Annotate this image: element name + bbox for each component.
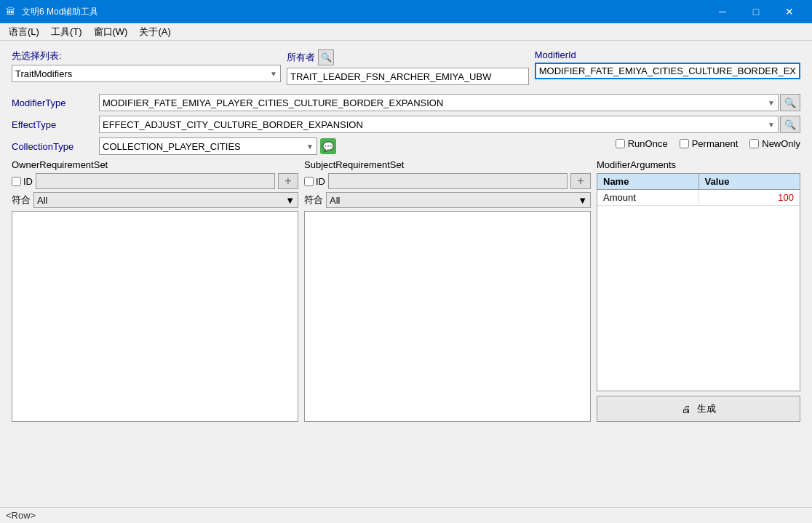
owner-fuhe-combo[interactable]: All ▼ bbox=[33, 192, 298, 208]
modifier-type-arrow-icon: ▼ bbox=[768, 99, 775, 107]
menu-language[interactable]: 语言(L) bbox=[3, 24, 45, 40]
subject-req-list[interactable] bbox=[304, 211, 591, 422]
table-row[interactable]: Amount 100 bbox=[597, 190, 800, 206]
modifier-arguments-table: Name Value Amount 100 bbox=[597, 173, 800, 391]
modifier-type-combo[interactable]: MODIFIER_FATE_EMIYA_PLAYER_CITIES_CULTUR… bbox=[99, 94, 779, 111]
new-only-checkbox[interactable] bbox=[749, 139, 759, 148]
owner-req-controls: ID + bbox=[12, 173, 298, 189]
subject-id-check[interactable]: ID bbox=[304, 176, 325, 187]
subject-fuhe-label: 符合 bbox=[304, 193, 323, 207]
owner-add-button[interactable]: + bbox=[278, 173, 298, 189]
subject-req-panel: SubjectRequirementSet ID + 符合 All ▼ bbox=[304, 159, 591, 422]
print-icon: 🖨 bbox=[682, 404, 691, 415]
modifier-id-input[interactable]: MODIFIER_FATE_EMIYA_CITIES_CULTURE_BORDE… bbox=[535, 63, 800, 79]
owner-id-check[interactable]: ID bbox=[12, 176, 33, 187]
subject-id-label: ID bbox=[316, 176, 325, 187]
generate-label: 生成 bbox=[697, 402, 716, 415]
menu-bar: 语言(L) 工具(T) 窗口(W) 关于(A) bbox=[0, 23, 812, 41]
owner-fuhe-value: All bbox=[37, 195, 47, 206]
modifier-type-search-button[interactable]: 🔍 bbox=[780, 94, 800, 111]
collection-type-combo[interactable]: COLLECTION_PLAYER_CITIES ▼ bbox=[99, 137, 317, 155]
collection-type-label: CollectionType bbox=[12, 141, 99, 152]
subject-req-title: SubjectRequirementSet bbox=[304, 159, 591, 170]
table-header-value: Value bbox=[699, 174, 800, 189]
owner-fuhe-label: 符合 bbox=[12, 193, 31, 207]
new-only-checkbox-item[interactable]: NewOnly bbox=[749, 138, 800, 149]
owner-id-checkbox[interactable] bbox=[12, 177, 21, 186]
minimize-button[interactable]: ─ bbox=[706, 0, 739, 23]
modifier-type-value: MODIFIER_FATE_EMIYA_PLAYER_CITIES_CULTUR… bbox=[103, 97, 443, 108]
main-content: 先选择列表: TraitModifiers ▼ 所有者 🔍 TRAIT_LEAD… bbox=[0, 41, 812, 431]
status-bar: <Row> bbox=[0, 507, 812, 523]
owner-req-panel: OwnerRequirementSet ID + 符合 All ▼ bbox=[12, 159, 298, 422]
modifier-arguments-title: ModifierArguments bbox=[597, 159, 800, 170]
menu-window[interactable]: 窗口(W) bbox=[88, 24, 134, 40]
effect-type-combo[interactable]: EFFECT_ADJUST_CITY_CULTURE_BORDER_EXPANS… bbox=[99, 116, 779, 133]
list-selector-combo[interactable]: TraitModifiers ▼ bbox=[12, 65, 281, 82]
permanent-checkbox-item[interactable]: Permanent bbox=[680, 138, 739, 149]
app-icon: 🏛 bbox=[6, 6, 17, 17]
collection-type-arrow-icon: ▼ bbox=[306, 143, 314, 151]
owner-req-title: OwnerRequirementSet bbox=[12, 159, 298, 170]
list-selector-group: 先选择列表: TraitModifiers ▼ bbox=[12, 49, 281, 82]
owner-group: 所有者 🔍 TRAIT_LEADER_FSN_ARCHER_EMIYA_UBW bbox=[287, 49, 529, 85]
table-cell-value: 100 bbox=[699, 190, 800, 205]
checkbox-row: RunOnce Permanent NewOnly bbox=[616, 138, 800, 149]
effect-type-search-button[interactable]: 🔍 bbox=[780, 116, 800, 133]
window-title: 文明6 Mod辅助工具 bbox=[22, 6, 706, 18]
permanent-checkbox[interactable] bbox=[680, 139, 689, 148]
run-once-checkbox-item[interactable]: RunOnce bbox=[616, 138, 668, 149]
owner-fuhe-row: 符合 All ▼ bbox=[12, 192, 298, 208]
table-header-row: Name Value bbox=[597, 174, 800, 190]
owner-search-button[interactable]: 🔍 bbox=[318, 49, 334, 65]
panels-row: OwnerRequirementSet ID + 符合 All ▼ Subjec… bbox=[12, 159, 800, 422]
owner-input[interactable]: TRAIT_LEADER_FSN_ARCHER_EMIYA_UBW bbox=[287, 68, 529, 85]
table-cell-name: Amount bbox=[597, 190, 699, 205]
subject-fuhe-row: 符合 All ▼ bbox=[304, 192, 591, 208]
effect-type-row: EffectType EFFECT_ADJUST_CITY_CULTURE_BO… bbox=[12, 116, 800, 133]
list-selector-arrow-icon: ▼ bbox=[270, 70, 277, 78]
run-once-checkbox[interactable] bbox=[616, 139, 625, 148]
top-row: 先选择列表: TraitModifiers ▼ 所有者 🔍 TRAIT_LEAD… bbox=[12, 49, 800, 85]
owner-id-input[interactable] bbox=[36, 173, 275, 189]
subject-fuhe-value: All bbox=[330, 195, 340, 206]
modifier-id-group: ModifierId MODIFIER_FATE_EMIYA_CITIES_CU… bbox=[535, 49, 800, 79]
new-only-label: NewOnly bbox=[762, 138, 800, 149]
window-controls: ─ □ ✕ bbox=[706, 0, 806, 23]
subject-add-button[interactable]: + bbox=[570, 173, 591, 189]
modifier-arguments-panel: ModifierArguments Name Value Amount 100 … bbox=[597, 159, 800, 422]
collection-type-row: CollectionType COLLECTION_PLAYER_CITIES … bbox=[12, 137, 800, 155]
owner-fuhe-arrow-icon: ▼ bbox=[285, 195, 295, 206]
menu-tools[interactable]: 工具(T) bbox=[45, 24, 88, 40]
owner-label-row: 所有者 🔍 bbox=[287, 49, 529, 65]
effect-type-value: EFFECT_ADJUST_CITY_CULTURE_BORDER_EXPANS… bbox=[103, 119, 363, 130]
subject-fuhe-combo[interactable]: All ▼ bbox=[326, 192, 591, 208]
owner-req-list[interactable] bbox=[12, 211, 298, 422]
subject-id-input[interactable] bbox=[328, 173, 568, 189]
menu-about[interactable]: 关于(A) bbox=[133, 24, 176, 40]
list-selector-value: TraitModifiers bbox=[15, 68, 72, 79]
collection-type-value: COLLECTION_PLAYER_CITIES bbox=[103, 141, 241, 152]
maximize-button[interactable]: □ bbox=[739, 0, 773, 23]
close-button[interactable]: ✕ bbox=[773, 0, 806, 23]
chat-icon[interactable]: 💬 bbox=[320, 138, 336, 154]
generate-button[interactable]: 🖨 生成 bbox=[597, 396, 800, 422]
permanent-label: Permanent bbox=[692, 138, 739, 149]
owner-label: 所有者 bbox=[287, 51, 315, 64]
subject-id-checkbox[interactable] bbox=[304, 177, 314, 186]
effect-type-arrow-icon: ▼ bbox=[768, 121, 775, 129]
list-selector-label: 先选择列表: bbox=[12, 49, 281, 63]
run-once-label: RunOnce bbox=[628, 138, 668, 149]
owner-id-label: ID bbox=[23, 176, 33, 187]
modifier-type-label: ModifierType bbox=[12, 97, 99, 108]
subject-req-controls: ID + bbox=[304, 173, 591, 189]
modifier-type-row: ModifierType MODIFIER_FATE_EMIYA_PLAYER_… bbox=[12, 94, 800, 111]
status-text: <Row> bbox=[6, 510, 36, 521]
modifier-id-label: ModifierId bbox=[535, 49, 800, 60]
table-header-name: Name bbox=[597, 174, 699, 189]
subject-fuhe-arrow-icon: ▼ bbox=[578, 195, 587, 206]
effect-type-label: EffectType bbox=[12, 119, 99, 130]
title-bar: 🏛 文明6 Mod辅助工具 ─ □ ✕ bbox=[0, 0, 812, 23]
